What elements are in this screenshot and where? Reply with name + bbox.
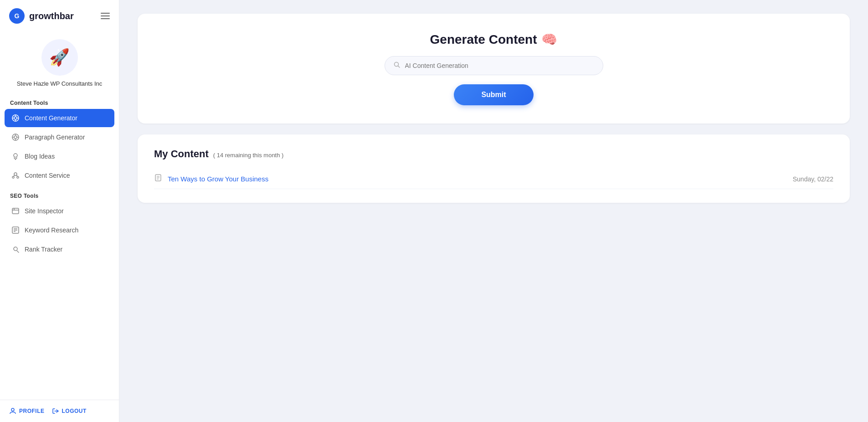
remaining-badge: ( 14 remaining this month )	[213, 152, 284, 159]
generate-title-text: Generate Content	[430, 32, 537, 47]
svg-line-20	[16, 175, 17, 176]
search-icon	[393, 61, 401, 70]
table-row: Ten Ways to Grow Your Business Sunday, 0…	[154, 169, 833, 189]
svg-point-3	[14, 117, 17, 119]
svg-line-29	[17, 251, 19, 252]
content-service-icon	[11, 171, 20, 180]
nav-section: Content Tools Content Generator	[0, 96, 119, 400]
profile-icon	[9, 407, 16, 415]
sidebar-item-label: Rank Tracker	[25, 246, 62, 253]
logout-button[interactable]: LOGOUT	[52, 407, 87, 415]
sidebar-item-label: Content Generator	[25, 114, 77, 122]
submit-button[interactable]: Submit	[454, 84, 533, 105]
sidebar-item-site-inspector[interactable]: Site Inspector	[5, 202, 114, 220]
user-avatar-section: 🚀 Steve Hazle WP Consultants Inc	[0, 32, 119, 96]
search-bar	[385, 56, 603, 75]
generate-content-card: Generate Content 🧠 Submit	[138, 14, 850, 124]
sidebar-item-rank-tracker[interactable]: Rank Tracker	[5, 240, 114, 258]
svg-point-18	[17, 176, 19, 178]
sidebar-footer: PROFILE LOGOUT	[0, 400, 119, 422]
user-name: Steve Hazle WP Consultants Inc	[17, 80, 103, 87]
content-item-date: Sunday, 02/22	[793, 175, 833, 183]
sidebar-item-label: Paragraph Generator	[25, 134, 85, 141]
logout-label: LOGOUT	[62, 408, 87, 414]
sidebar: G growthbar 🚀 Steve Hazle WP Consultants…	[0, 0, 119, 422]
sidebar-item-keyword-research[interactable]: Keyword Research	[5, 221, 114, 239]
my-content-card: My Content ( 14 remaining this month ) T…	[138, 134, 850, 203]
svg-point-14	[14, 154, 17, 157]
logout-icon	[52, 407, 59, 415]
document-icon	[154, 174, 162, 184]
sidebar-item-paragraph-generator[interactable]: Paragraph Generator	[5, 128, 114, 146]
avatar-emoji: 🚀	[49, 48, 70, 67]
paragraph-generator-icon	[11, 133, 20, 142]
keyword-research-icon	[11, 226, 20, 235]
content-row-left: Ten Ways to Grow Your Business	[154, 174, 268, 184]
sidebar-item-content-generator[interactable]: Content Generator	[5, 109, 114, 127]
svg-line-33	[398, 66, 400, 68]
profile-label: PROFILE	[19, 408, 45, 414]
content-item-link[interactable]: Ten Ways to Grow Your Business	[168, 175, 268, 183]
sidebar-item-content-service[interactable]: Content Service	[5, 166, 114, 185]
svg-point-30	[11, 408, 14, 411]
rank-tracker-icon	[11, 245, 20, 254]
sidebar-item-blog-ideas[interactable]: Blog Ideas	[5, 147, 114, 165]
content-header: My Content ( 14 remaining this month )	[154, 148, 833, 160]
seo-tools-label: SEO Tools	[5, 189, 114, 202]
sidebar-item-label: Blog Ideas	[25, 153, 55, 160]
svg-point-17	[12, 176, 14, 178]
sidebar-item-label: Content Service	[25, 172, 70, 179]
my-content-title: My Content	[154, 148, 209, 160]
svg-text:G: G	[15, 12, 20, 20]
app-logo-text: growthbar	[29, 11, 74, 21]
sidebar-item-label: Keyword Research	[25, 226, 78, 234]
svg-line-19	[14, 175, 15, 176]
svg-point-28	[14, 247, 17, 251]
content-tools-label: Content Tools	[5, 96, 114, 109]
avatar: 🚀	[41, 39, 78, 76]
generate-title: Generate Content 🧠	[430, 32, 558, 47]
profile-button[interactable]: PROFILE	[9, 407, 45, 415]
brain-emoji: 🧠	[541, 32, 557, 47]
site-inspector-icon	[11, 206, 20, 216]
svg-rect-21	[12, 208, 19, 214]
search-input[interactable]	[405, 62, 595, 69]
main-content: Generate Content 🧠 Submit My Content ( 1…	[119, 0, 868, 422]
svg-point-9	[14, 136, 17, 139]
menu-toggle-button[interactable]	[101, 13, 110, 19]
blog-ideas-icon	[11, 152, 20, 161]
sidebar-header: G growthbar	[0, 0, 119, 32]
content-generator-icon	[11, 113, 20, 123]
growthbar-logo-icon: G	[9, 8, 25, 24]
sidebar-item-label: Site Inspector	[25, 207, 64, 215]
